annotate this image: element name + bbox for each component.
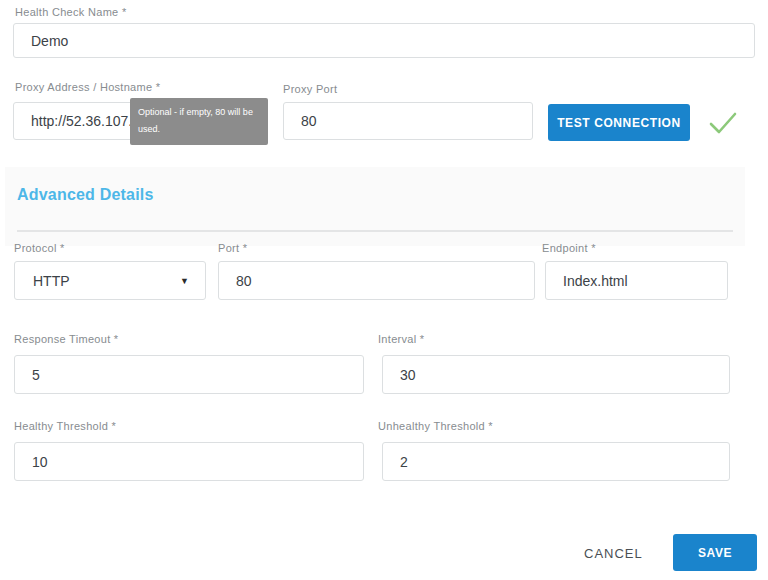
connection-success-check-icon [706, 107, 740, 139]
cancel-button[interactable]: CANCEL [572, 540, 655, 567]
interval-label: Interval * [378, 333, 424, 345]
healthy-threshold-input[interactable] [14, 442, 364, 481]
chevron-down-icon: ▼ [180, 276, 189, 286]
advanced-details-title: Advanced Details [17, 186, 154, 204]
proxy-port-tooltip: Optional - if empty, 80 will be used. [130, 98, 268, 145]
port-label: Port * [218, 242, 247, 254]
protocol-label: Protocol * [14, 242, 65, 254]
protocol-selected-value: HTTP [33, 273, 70, 289]
healthy-threshold-label: Healthy Threshold * [14, 420, 116, 432]
endpoint-input[interactable] [545, 261, 728, 300]
health-check-name-input[interactable] [13, 23, 755, 58]
interval-input[interactable] [382, 355, 730, 394]
health-check-form: Health Check Name * Proxy Address / Host… [0, 0, 768, 580]
unhealthy-threshold-input[interactable] [382, 442, 730, 481]
response-timeout-label: Response Timeout * [14, 333, 118, 345]
health-check-name-label: Health Check Name * [15, 6, 126, 18]
tooltip-text: Optional - if empty, 80 will be used. [138, 107, 253, 134]
unhealthy-threshold-label: Unhealthy Threshold * [378, 420, 493, 432]
response-timeout-input[interactable] [14, 355, 364, 394]
proxy-port-input[interactable] [283, 102, 533, 140]
test-connection-button[interactable]: TEST CONNECTION [548, 104, 690, 141]
proxy-port-label: Proxy Port [283, 83, 337, 95]
advanced-details-panel: Advanced Details [5, 167, 745, 246]
port-input[interactable] [218, 261, 535, 300]
proxy-address-label: Proxy Address / Hostname * [15, 81, 160, 93]
section-divider [17, 230, 733, 232]
protocol-select[interactable]: HTTP ▼ [14, 261, 206, 300]
save-button[interactable]: SAVE [673, 534, 757, 571]
endpoint-label: Endpoint * [542, 242, 596, 254]
